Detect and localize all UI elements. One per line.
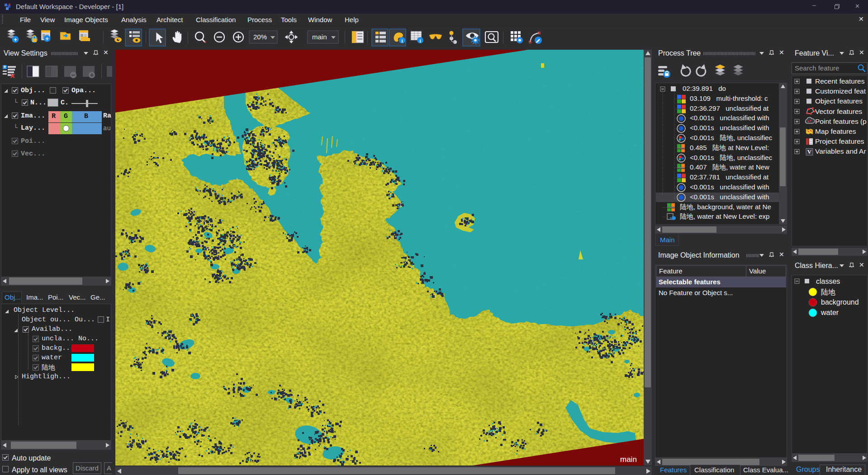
svg-text:i: i	[419, 38, 421, 43]
svg-text:V: V	[807, 148, 812, 155]
svg-text:main: main	[620, 455, 637, 464]
svg-text:+: +	[14, 36, 17, 43]
svg-text:i: i	[401, 38, 403, 43]
svg-text:+: +	[3, 64, 6, 70]
svg-text:20%: 20%	[253, 33, 267, 41]
svg-text:+: +	[45, 35, 49, 42]
svg-text:main: main	[312, 33, 327, 41]
